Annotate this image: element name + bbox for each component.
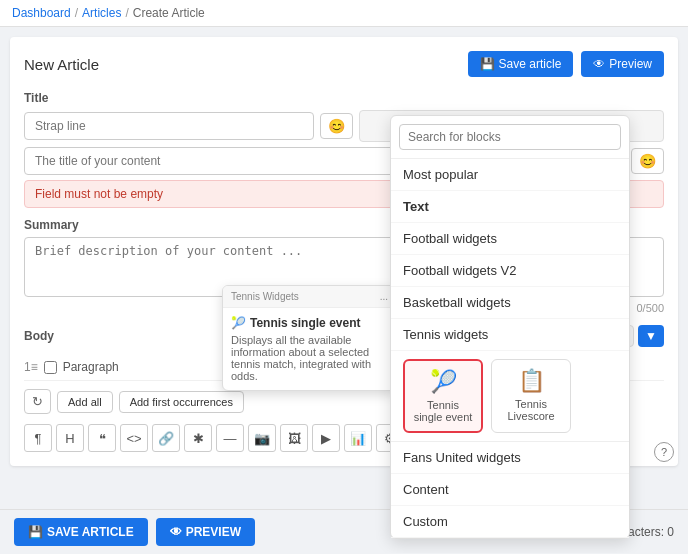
dropdown-item-tennis-widgets[interactable]: Tennis widgets <box>391 319 629 351</box>
bottom-buttons: 💾 SAVE ARTICLE 👁 PREVIEW <box>14 518 255 546</box>
sep2: / <box>125 6 128 20</box>
search-blocks-input[interactable] <box>399 124 621 150</box>
tennis-widgets-grid: 🎾 Tennis single event 📋 Tennis Livescore <box>391 351 629 442</box>
nav-dashboard[interactable]: Dashboard <box>12 6 71 20</box>
save-bottom-icon: 💾 <box>28 525 43 539</box>
toolbar-hr[interactable]: — <box>216 424 244 452</box>
paragraph-icon: 1≡ <box>24 360 38 374</box>
preview-bottom-icon: 👁 <box>170 525 182 539</box>
tooltip-header-label: Tennis Widgets <box>231 291 299 302</box>
tooltip-desc: Displays all the available information a… <box>231 334 388 382</box>
toolbar-link[interactable]: 🔗 <box>152 424 180 452</box>
save-label: Save article <box>499 57 562 71</box>
tennis-livescore-icon: 📋 <box>500 368 562 394</box>
breadcrumb: Dashboard / Articles / Create Article <box>0 0 688 27</box>
body-label: Body <box>24 329 54 343</box>
widget-label-tennis-livescore: Tennis Livescore <box>500 398 562 422</box>
main-container: New Article 💾 Save article 👁 Preview Tit… <box>0 27 688 553</box>
tooltip-title-icon: 🎾 <box>231 316 246 330</box>
add-all-button[interactable]: Add all <box>57 391 113 413</box>
sep1: / <box>75 6 78 20</box>
add-first-occurrences-button[interactable]: Add first occurrences <box>119 391 244 413</box>
dropdown-search-area <box>391 116 629 159</box>
save-article-bottom-button[interactable]: 💾 SAVE ARTICLE <box>14 518 148 546</box>
toolbar-photo[interactable]: 📷 <box>248 424 276 452</box>
tooltip-title: 🎾 Tennis single event <box>231 316 388 330</box>
block-search-dropdown: Most popular Text Football widgets Footb… <box>390 115 630 539</box>
card-header: New Article 💾 Save article 👁 Preview <box>24 51 664 77</box>
save-bottom-label: SAVE ARTICLE <box>47 525 134 539</box>
dropdown-item-text[interactable]: Text <box>391 191 629 223</box>
tennis-single-event-icon: 🎾 <box>413 369 473 395</box>
widget-tennis-single-event[interactable]: 🎾 Tennis single event <box>403 359 483 433</box>
dropdown-item-fans-united[interactable]: Fans United widgets <box>391 442 629 474</box>
widget-tennis-livescore[interactable]: 📋 Tennis Livescore <box>491 359 571 433</box>
toolbar-chart[interactable]: 📊 <box>344 424 372 452</box>
title-label: Title <box>24 91 664 105</box>
dropdown-item-basketball-widgets[interactable]: Basketball widgets <box>391 287 629 319</box>
tooltip-header-dots: ... <box>380 291 388 302</box>
toolbar-image[interactable]: 🖼 <box>280 424 308 452</box>
card-title: New Article <box>24 56 99 73</box>
at-bottom-dropdown[interactable]: ▼ <box>638 325 664 347</box>
dropdown-item-football-widgets[interactable]: Football widgets <box>391 223 629 255</box>
preview-button[interactable]: 👁 Preview <box>581 51 664 77</box>
refresh-button[interactable]: ↻ <box>24 389 51 414</box>
paragraph-label: Paragraph <box>63 360 119 374</box>
tooltip-header: Tennis Widgets ... <box>223 286 396 308</box>
nav-current: Create Article <box>133 6 205 20</box>
help-icon[interactable]: ? <box>654 442 674 462</box>
preview-icon: 👁 <box>593 57 605 71</box>
header-buttons: 💾 Save article 👁 Preview <box>468 51 664 77</box>
preview-bottom-label: PREVIEW <box>186 525 241 539</box>
strap-line-input[interactable] <box>24 112 314 140</box>
save-article-button[interactable]: 💾 Save article <box>468 51 574 77</box>
emoji-button-title[interactable]: 😊 <box>631 148 664 174</box>
toolbar-code[interactable]: <> <box>120 424 148 452</box>
emoji-button-strap[interactable]: 😊 <box>320 113 353 139</box>
paragraph-checkbox[interactable] <box>44 361 57 374</box>
dropdown-item-football-widgets-v2[interactable]: Football widgets V2 <box>391 255 629 287</box>
toolbar-heading[interactable]: H <box>56 424 84 452</box>
nav-articles[interactable]: Articles <box>82 6 121 20</box>
preview-bottom-button[interactable]: 👁 PREVIEW <box>156 518 255 546</box>
dropdown-item-most-popular[interactable]: Most popular <box>391 159 629 191</box>
tennis-tooltip-popup: Tennis Widgets ... 🎾 Tennis single event… <box>222 285 397 391</box>
dropdown-item-custom[interactable]: Custom <box>391 506 629 538</box>
toolbar-divider[interactable]: ✱ <box>184 424 212 452</box>
preview-label: Preview <box>609 57 652 71</box>
tooltip-body: 🎾 Tennis single event Displays all the a… <box>223 308 396 390</box>
tooltip-title-text: Tennis single event <box>250 316 360 330</box>
save-icon: 💾 <box>480 57 495 71</box>
toolbar-paragraph[interactable]: ¶ <box>24 424 52 452</box>
toolbar-video[interactable]: ▶ <box>312 424 340 452</box>
widget-label-tennis-single: Tennis single event <box>413 399 473 423</box>
dropdown-item-content[interactable]: Content <box>391 474 629 506</box>
toolbar-quote[interactable]: ❝ <box>88 424 116 452</box>
